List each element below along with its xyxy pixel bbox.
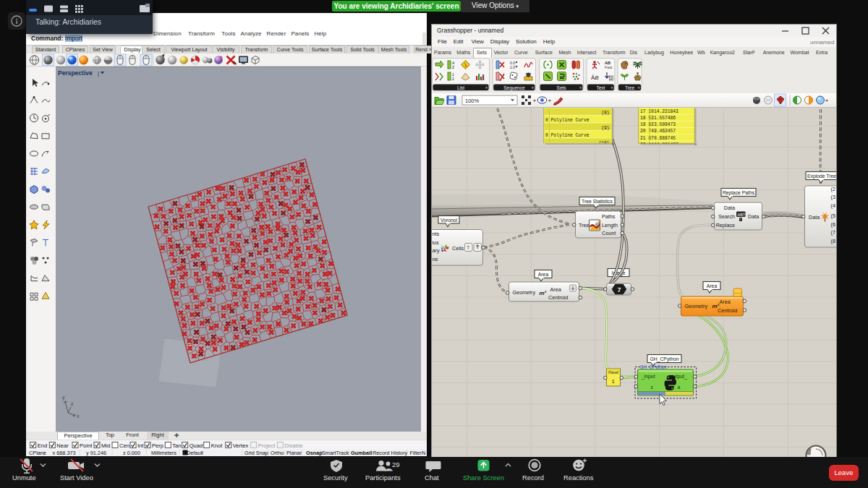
svg-text:Data: Data <box>809 214 820 221</box>
svg-text:T: T <box>467 245 469 250</box>
svg-text:Vertex: Vertex <box>233 442 249 449</box>
svg-text:(6: (6 <box>831 221 835 228</box>
svg-text:Explode Tree: Explode Tree <box>807 174 836 179</box>
svg-text:Count: Count <box>602 230 616 236</box>
svg-text:Centroid: Centroid <box>718 307 737 314</box>
svg-text:Osnap: Osnap <box>306 450 323 456</box>
svg-text:Area: Area <box>707 283 718 288</box>
svg-text:Disable: Disable <box>284 442 302 449</box>
svg-text:+: + <box>637 85 640 90</box>
svg-text:21 870.688745: 21 870.688745 <box>640 136 676 141</box>
svg-text:Ortho: Ortho <box>271 450 284 456</box>
svg-text:Centroid: Centroid <box>548 294 568 301</box>
svg-text:Geometry: Geometry <box>685 303 708 309</box>
svg-text:0.0: 0.0 <box>510 61 515 65</box>
svg-text:18 531.557486: 18 531.557486 <box>640 116 676 121</box>
svg-text:(3: (3 <box>831 194 835 200</box>
svg-text:m²: m² <box>540 290 547 296</box>
svg-text:Length: Length <box>602 222 618 228</box>
svg-text:ne: ne <box>433 256 438 262</box>
svg-text:Perp: Perp <box>152 442 163 449</box>
svg-text:Cen: Cen <box>119 442 129 449</box>
svg-text:Z: Z <box>452 65 454 69</box>
svg-text:Geometry: Geometry <box>513 289 536 296</box>
svg-text:Filter: Filter <box>410 450 422 456</box>
svg-text:{8}: {8} <box>601 111 610 116</box>
svg-text:AB?: AB? <box>738 213 745 217</box>
svg-text:a: a <box>678 385 681 390</box>
svg-text:Data: Data <box>724 205 735 211</box>
svg-text:Voronoi: Voronoi <box>441 218 458 223</box>
svg-text:x 688.373: x 688.373 <box>53 450 76 456</box>
svg-text:x: x <box>77 414 80 419</box>
svg-text:ius: ius <box>433 239 440 246</box>
svg-text:List: List <box>457 85 464 90</box>
svg-text:+: + <box>610 85 613 90</box>
svg-text:Mid: Mid <box>101 442 110 449</box>
svg-text:Millimeters: Millimeters <box>151 450 176 456</box>
svg-text:Data: Data <box>748 213 759 220</box>
svg-text:Paths: Paths <box>602 213 616 220</box>
svg-text:AB: AB <box>605 61 610 65</box>
svg-text:y 91.246: y 91.246 <box>86 450 106 456</box>
svg-text:Area: Area <box>538 272 549 277</box>
svg-text:SmartTrack: SmartTrack <box>322 450 349 456</box>
svg-text:29: 29 <box>392 461 400 468</box>
svg-text:Area: Area <box>550 286 561 293</box>
svg-text:|: | <box>98 70 99 77</box>
svg-text:N: N <box>422 450 425 456</box>
svg-text:Sets: Sets <box>557 85 567 90</box>
svg-text:19 823.509473: 19 823.509473 <box>640 122 676 127</box>
svg-text:0 Polyline Curve: 0 Polyline Curve <box>545 118 590 123</box>
svg-text:Tree: Tree <box>579 222 590 228</box>
svg-text:1.0: 1.0 <box>510 65 515 69</box>
svg-text:z 0.000: z 0.000 <box>123 450 140 456</box>
svg-text:Tree Statistics: Tree Statistics <box>582 199 613 204</box>
svg-text:z: z <box>71 401 74 406</box>
svg-text:Perspective: Perspective <box>58 69 93 77</box>
svg-text:(8: (8 <box>831 238 835 244</box>
svg-text:Tan: Tan <box>172 442 181 449</box>
svg-text:Default: Default <box>187 450 203 456</box>
svg-text:Project: Project <box>258 442 276 449</box>
svg-text:Search: Search <box>718 213 735 220</box>
svg-text:Tree: Tree <box>625 85 635 90</box>
svg-text:Int: Int <box>137 442 144 449</box>
svg-text:End: End <box>38 442 48 449</box>
svg-text:20 749.462457: 20 749.462457 <box>640 129 676 134</box>
svg-text:CPlane: CPlane <box>29 450 46 456</box>
svg-text:Area: Area <box>720 299 731 305</box>
svg-text:+: + <box>485 85 488 90</box>
svg-text:Text: Text <box>596 85 605 90</box>
svg-text:y: y <box>62 395 65 401</box>
svg-text:0 Polyline Curve: 0 Polyline Curve <box>545 133 590 138</box>
svg-text:Quad: Quad <box>190 442 203 449</box>
svg-text:(5: (5 <box>831 213 835 219</box>
svg-text:Planar: Planar <box>286 450 302 456</box>
svg-text:(7: (7 <box>831 229 835 236</box>
svg-text:2: 2 <box>610 76 613 80</box>
svg-text:Record History: Record History <box>373 450 408 456</box>
svg-text:(4: (4 <box>831 202 835 209</box>
svg-text:nts: nts <box>433 231 440 237</box>
svg-text:Sequence: Sequence <box>503 85 525 91</box>
svg-text:+: + <box>532 85 535 90</box>
svg-text:(2: (2 <box>831 186 835 192</box>
svg-text:100%: 100% <box>465 98 480 104</box>
svg-text:Near: Near <box>56 442 69 449</box>
svg-text:2: 2 <box>452 77 454 81</box>
svg-text:+: + <box>579 85 582 90</box>
svg-text:17 1014.221843: 17 1014.221843 <box>640 109 678 114</box>
svg-text:z: z <box>651 385 654 390</box>
svg-text:Replace Paths: Replace Paths <box>723 190 755 196</box>
svg-text:¼oc: ¼oc <box>605 65 613 69</box>
svg-text:Panel: Panel <box>608 370 618 374</box>
svg-text:{9}: {9} <box>601 126 610 131</box>
svg-text:Replace: Replace <box>716 222 735 228</box>
svg-text:Knot: Knot <box>211 442 224 449</box>
svg-text:Grid Snap: Grid Snap <box>244 450 268 456</box>
svg-text:GH_CPython: GH_CPython <box>650 356 678 362</box>
svg-text:Point: Point <box>80 442 93 449</box>
svg-text:7: 7 <box>617 286 621 294</box>
svg-text:Gumball: Gumball <box>351 450 372 456</box>
